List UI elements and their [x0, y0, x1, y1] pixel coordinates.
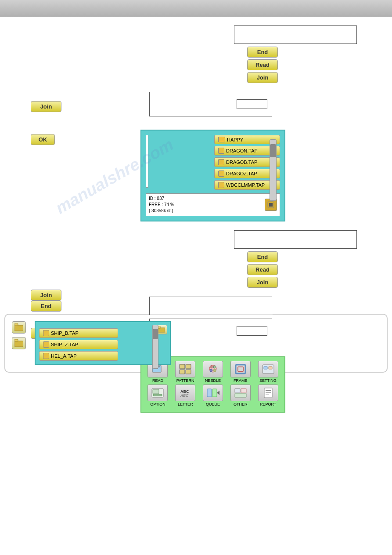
- section2-dialog: [149, 92, 272, 116]
- report-icon: [258, 385, 278, 401]
- pattern-icon: [175, 361, 195, 377]
- svg-rect-34: [266, 394, 269, 395]
- file-item-hel-a[interactable]: HEL_A.TAP: [39, 351, 118, 361]
- svg-point-13: [210, 369, 212, 372]
- folder-icon: [218, 137, 225, 142]
- svg-rect-25: [207, 389, 212, 397]
- svg-rect-1: [269, 203, 271, 207]
- section2-small-input[interactable]: [237, 99, 267, 109]
- svg-rect-35: [14, 325, 23, 331]
- svg-marker-27: [217, 391, 219, 395]
- svg-rect-22: [153, 394, 162, 396]
- file-icon: [43, 341, 49, 348]
- section1-end-button[interactable]: End: [247, 47, 278, 58]
- section4-textbox: [234, 230, 357, 249]
- svg-rect-9: [186, 370, 191, 374]
- svg-rect-30: [235, 393, 246, 397]
- svg-rect-32: [266, 390, 271, 391]
- svg-rect-2: [271, 203, 273, 207]
- queue-icon: [203, 385, 223, 401]
- section2-join-button[interactable]: Join: [31, 101, 61, 112]
- svg-rect-15: [236, 365, 245, 374]
- file-icon: [218, 182, 224, 188]
- svg-point-11: [210, 366, 212, 368]
- menu-item-needle[interactable]: NEEDLE: [200, 361, 226, 383]
- section6-small-input[interactable]: [237, 326, 267, 336]
- svg-rect-36: [14, 323, 18, 326]
- svg-rect-26: [212, 389, 217, 397]
- section8-join-button[interactable]: Join: [31, 290, 61, 301]
- frame-icon: [230, 361, 251, 377]
- svg-rect-38: [14, 339, 18, 341]
- svg-point-12: [213, 366, 216, 368]
- svg-rect-18: [264, 366, 267, 369]
- section3-file-browser: HAPPY DRAGON.TAP DRAGOB.TAP: [140, 130, 285, 221]
- menu-item-setting[interactable]: SETTING: [255, 361, 281, 383]
- top-bar: [0, 0, 392, 17]
- menu-item-pattern[interactable]: PATTERN: [173, 361, 198, 383]
- svg-rect-31: [264, 388, 272, 398]
- svg-rect-33: [266, 392, 271, 393]
- menu-item-queue[interactable]: QUEUE: [200, 385, 226, 406]
- bottom-scrollbar-thumb: [153, 329, 158, 339]
- section4-btn-group: End Read Join: [247, 251, 278, 288]
- menu-item-other[interactable]: OTHER: [227, 385, 253, 406]
- needle-icon: [203, 361, 223, 377]
- svg-point-14: [213, 369, 216, 372]
- svg-rect-19: [269, 366, 272, 369]
- folder-btn-1[interactable]: [12, 321, 26, 334]
- bottom-file-browser: SHIP_B.TAP SHIP_Z.TAP HEL_A.TAP: [35, 321, 171, 365]
- menu-item-frame[interactable]: FRAME: [227, 361, 253, 383]
- file-icon: [43, 353, 49, 359]
- svg-rect-6: [180, 364, 185, 369]
- section5-end-button[interactable]: End: [31, 301, 61, 312]
- section1-btn-group: End Read Join: [247, 47, 278, 83]
- section4-join-button[interactable]: Join: [247, 277, 278, 288]
- info-bar: ID : 037 FREE : 74 % ( 30858k st.): [146, 193, 280, 216]
- bottom-file-list: SHIP_B.TAP SHIP_Z.TAP HEL_A.TAP: [39, 328, 158, 361]
- svg-rect-37: [14, 341, 23, 347]
- other-icon: [230, 385, 251, 401]
- setting-icon: [258, 361, 278, 377]
- section4-end-button[interactable]: End: [247, 251, 278, 262]
- file-item-ship-z[interactable]: SHIP_Z.TAP: [39, 340, 118, 349]
- menu-item-letter[interactable]: ABC ABC LETTER: [173, 385, 198, 406]
- bottom-scrollbar[interactable]: [152, 325, 158, 369]
- option-icon: [147, 385, 168, 401]
- file-icon: [218, 170, 224, 177]
- svg-rect-16: [238, 367, 243, 371]
- section5-textbox: [149, 297, 272, 315]
- svg-rect-7: [186, 364, 191, 369]
- bottom-left: [12, 321, 26, 349]
- file-icon: [218, 148, 224, 154]
- svg-rect-21: [153, 389, 159, 394]
- letter-icon: ABC ABC: [175, 385, 195, 401]
- svg-rect-29: [241, 388, 246, 393]
- file-icon: [218, 159, 224, 165]
- section1-read-button[interactable]: Read: [247, 59, 278, 70]
- section3-ok-button[interactable]: OK: [31, 134, 55, 145]
- svg-text:ABC: ABC: [180, 393, 189, 398]
- svg-rect-28: [235, 388, 240, 393]
- file-preview: [146, 135, 148, 188]
- section1-join-button[interactable]: Join: [247, 72, 278, 83]
- folder-btn-2[interactable]: [12, 337, 26, 349]
- section1-textbox: [234, 25, 357, 44]
- section4-read-button[interactable]: Read: [247, 264, 278, 275]
- menu-item-option[interactable]: OPTION: [145, 385, 171, 406]
- scrollbar[interactable]: [270, 139, 277, 201]
- file-icon: [43, 330, 49, 336]
- menu-grid-2: OPTION ABC ABC LETTER: [145, 385, 281, 406]
- svg-rect-8: [180, 370, 185, 374]
- file-item-ship-b[interactable]: SHIP_B.TAP: [39, 328, 118, 338]
- menu-item-report[interactable]: REPORT: [255, 385, 281, 406]
- scrollbar-thumb: [270, 144, 276, 157]
